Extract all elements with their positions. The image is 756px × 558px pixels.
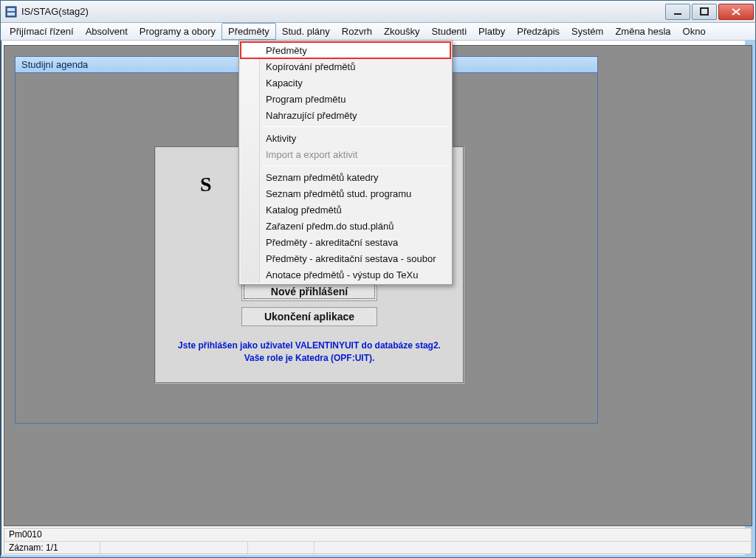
- menubar: Přijímací řízeníAbsolventProgramy a obor…: [1, 23, 755, 41]
- predmety-dropdown: PředmětyKopírování předmětůKapacityProgr…: [238, 40, 453, 285]
- svg-rect-2: [7, 13, 15, 16]
- quit-app-button[interactable]: Ukončení aplikace: [241, 307, 377, 326]
- titlebar: IS/STAG(stag2): [1, 1, 755, 23]
- menu-rozvrh[interactable]: Rozvrh: [336, 23, 378, 40]
- svg-rect-3: [674, 13, 681, 15]
- glass-border-bottom: [1, 555, 755, 557]
- menu-separator: [263, 126, 449, 127]
- menu-p-edm-ty[interactable]: Předměty: [221, 23, 276, 40]
- menu-p-ij-mac-zen-[interactable]: Přijímací řízení: [4, 23, 80, 40]
- minimize-button[interactable]: [665, 4, 690, 20]
- menu-item-p-edm-ty-akredita-n-sestava-soubor[interactable]: Předměty - akreditační sestava - soubor: [241, 250, 450, 266]
- menu-item-nahrazuj-c-p-edm-ty[interactable]: Nahrazující předměty: [241, 107, 450, 123]
- app-window: IS/STAG(stag2) Přijímací řízeníAbsolvent…: [0, 0, 756, 558]
- menu-stud-pl-ny[interactable]: Stud. plány: [276, 23, 336, 40]
- status-line-1: Pm0010: [4, 528, 752, 541]
- menu-item-za-azen-p-edm-do-stud-pl-n-[interactable]: Zařazení předm.do stud.plánů: [241, 218, 450, 234]
- menu-syst-m[interactable]: Systém: [566, 23, 609, 40]
- app-icon: [5, 6, 17, 18]
- menu-item-kapacity[interactable]: Kapacity: [241, 75, 450, 91]
- menu-item-kop-rov-n-p-edm-t-[interactable]: Kopírování předmětů: [241, 58, 450, 75]
- menu-separator: [263, 165, 449, 166]
- menu-item-import-a-export-aktivit: Import a export aktivit: [241, 146, 450, 162]
- login-status-text: Jste přihlášen jako uživatel VALENTINYUI…: [169, 340, 450, 365]
- menu-item-seznam-p-edm-t-katedry[interactable]: Seznam předmětů katedry: [241, 169, 450, 185]
- svg-rect-1: [7, 8, 15, 11]
- menu-item-seznam-p-edm-t-stud-programu[interactable]: Seznam předmětů stud. programu: [241, 185, 450, 202]
- menu-studenti[interactable]: Studenti: [425, 23, 472, 40]
- menu-platby[interactable]: Platby: [472, 23, 511, 40]
- menu-p-edz-pis[interactable]: Předzápis: [511, 23, 566, 40]
- close-button[interactable]: [718, 4, 754, 20]
- svg-rect-4: [701, 8, 708, 15]
- statusbar: Pm0010 Záznam: 1/1: [4, 528, 752, 554]
- menu-zm-na-hesla[interactable]: Změna hesla: [609, 23, 676, 40]
- menu-item-aktivity[interactable]: Aktivity: [241, 130, 450, 146]
- menu-absolvent[interactable]: Absolvent: [80, 23, 134, 40]
- menu-okno[interactable]: Okno: [677, 23, 712, 40]
- menu-item-katalog-p-edm-t-[interactable]: Katalog předmětů: [241, 202, 450, 218]
- window-title: IS/STAG(stag2): [21, 6, 664, 17]
- menu-item-p-edm-ty[interactable]: Předměty: [241, 42, 450, 58]
- status-record: Záznam: 1/1: [4, 542, 100, 554]
- menu-item-program-p-edm-tu[interactable]: Program předmětu: [241, 91, 450, 107]
- menu-item-p-edm-ty-akredita-n-sestava[interactable]: Předměty - akreditační sestava: [241, 234, 450, 250]
- new-login-button[interactable]: Nové přihlášení: [241, 282, 377, 301]
- window-controls: [664, 4, 754, 20]
- maximize-button[interactable]: [692, 4, 717, 20]
- status-cell-3: [248, 542, 315, 554]
- logo-letter: S: [200, 173, 212, 196]
- menu-item-anotace-p-edm-t-v-stup-do-texu[interactable]: Anotace předmětů - výstup do TeXu: [241, 266, 450, 283]
- status-cell-4: [315, 542, 752, 554]
- menu-zkou-ky[interactable]: Zkoušky: [378, 23, 425, 40]
- status-cell-2: [100, 542, 248, 554]
- menu-programy-a-obory[interactable]: Programy a obory: [134, 23, 221, 40]
